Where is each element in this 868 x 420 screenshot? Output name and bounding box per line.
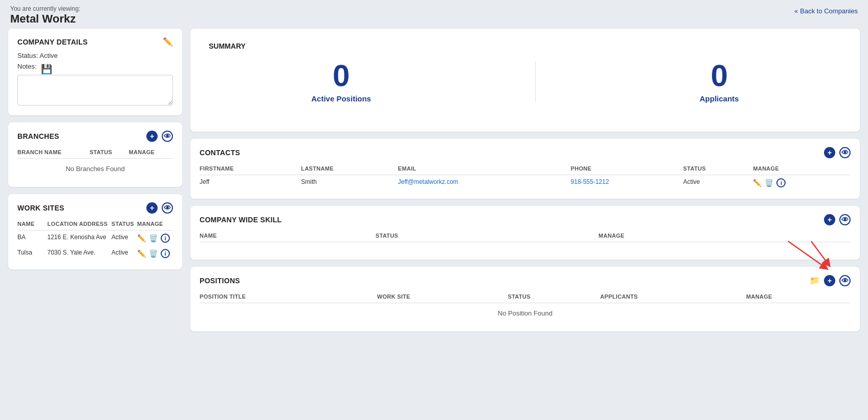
add-branch-button[interactable]: + [146,131,158,142]
worksite-address-cell: 1216 E. Kenosha Ave [48,230,112,246]
work-sites-table: NAME LOCATION ADDRESS STATUS MANAGE BA 1… [17,219,173,261]
notes-row: Notes: 💾 [17,62,173,75]
view-positions-icon: 👁 [839,275,851,286]
positions-title: POSITIONS [200,277,240,285]
company-details-card: COMPANY DETAILS ✏️ Status: Active Notes:… [8,29,182,115]
work-sites-card: WORK SITES + 👁 NAME LOCATION ADDRESS STA… [8,194,182,269]
branches-actions: + 👁 [146,131,173,142]
table-row: Tulsa 7030 S. Yale Ave. Active ✏️ 🗑️ i [17,246,173,261]
company-status: Status: Active [17,52,173,59]
add-worksite-button[interactable]: + [146,202,158,214]
view-worksites-icon: 👁 [162,202,173,214]
position-title-col: POSITION TITLE [200,291,377,303]
worksite-manage-col: MANAGE [137,219,173,230]
notes-textarea[interactable] [17,75,173,106]
folder-icon: 📁 [810,276,820,285]
company-details-title: COMPANY DETAILS [17,38,88,46]
worksite-name-col: NAME [17,219,48,230]
contact-phone-cell: 918-555-1212 [571,175,683,191]
position-manage-col: MANAGE [746,291,851,303]
edit-worksite-button[interactable]: ✏️ [137,249,146,258]
back-to-companies-link[interactable]: « Back to Companies [794,7,858,15]
view-worksites-button[interactable]: 👁 [162,202,173,214]
add-position-icon: + [824,275,835,286]
contact-phone-link[interactable]: 918-555-1212 [571,178,609,185]
contacts-title: CONTACTS [200,149,240,157]
save-notes-button[interactable]: 💾 [41,64,52,75]
applicants-label: Applicants [700,94,739,103]
add-skill-icon: + [824,214,835,225]
back-chevron-icon: « [794,7,798,15]
view-contacts-button[interactable]: 👁 [839,147,851,158]
contact-email-link[interactable]: Jeff@metalworkz.com [398,178,459,185]
worksite-name-cell: Tulsa [17,246,48,261]
worksite-address-cell: 7030 S. Yale Ave. [48,246,112,261]
positions-no-data-row: No Position Found [200,303,851,323]
table-row: BA 1216 E. Kenosha Ave Active ✏️ 🗑️ i [17,230,173,246]
skill-header: COMPANY WIDE SKILL + 👁 [200,214,851,225]
contact-lastname-cell: Smith [301,175,398,191]
branches-no-data-row: No Branches Found [17,159,173,179]
info-contact-button[interactable]: i [776,178,786,187]
edit-contact-button[interactable]: ✏️ [753,179,762,187]
position-applicants-col: APPLICANTS [600,291,746,303]
edit-company-button[interactable]: ✏️ [163,37,173,47]
positions-header: POSITIONS 📁 + 👁 [200,275,851,286]
right-column: SUMMARY 0 Active Positions 0 Applicants … [190,29,860,331]
branches-title: BRANCHES [17,132,59,140]
view-skills-icon: 👁 [839,214,851,225]
positions-card: POSITIONS 📁 + 👁 POSITION TITLE [190,267,860,331]
worksite-status-col: STATUS [112,219,137,230]
branches-no-data: No Branches Found [17,159,173,179]
folder-positions-button[interactable]: 📁 [810,276,820,285]
branches-header: BRANCHES + 👁 [17,131,173,142]
positions-no-data: No Position Found [200,303,851,323]
delete-worksite-button[interactable]: 🗑️ [149,234,158,242]
info-worksite-button[interactable]: i [161,249,170,258]
delete-worksite-button[interactable]: 🗑️ [149,249,158,258]
contacts-table: FIRSTNAME LASTNAME EMAIL PHONE STATUS MA… [200,163,851,191]
add-position-button[interactable]: + [824,275,835,286]
company-wide-skill-card: COMPANY WIDE SKILL + 👁 NAME STATUS MANAG… [190,206,860,260]
view-skills-button[interactable]: 👁 [839,214,851,225]
view-branches-icon: 👁 [162,131,173,142]
contact-email-cell: Jeff@metalworkz.com [398,175,571,191]
info-worksite-button[interactable]: i [161,234,170,243]
branch-status-col: STATUS [90,147,129,159]
contact-firstname-col: FIRSTNAME [200,163,301,175]
view-positions-button[interactable]: 👁 [839,275,851,286]
worksite-name-cell: BA [17,230,48,246]
worksite-manage-cell: ✏️ 🗑️ i [137,246,173,261]
add-contact-icon: + [824,147,835,158]
skill-title: COMPANY WIDE SKILL [200,216,281,224]
view-branches-button[interactable]: 👁 [162,131,173,142]
edit-worksite-button[interactable]: ✏️ [137,234,146,242]
add-contact-button[interactable]: + [824,147,835,158]
skill-manage-col: MANAGE [599,230,851,242]
company-header: You are currently viewing: Metal Workz [10,5,80,26]
positions-actions: 📁 + 👁 [810,275,851,286]
summary-stats: 0 Active Positions 0 Applicants [209,50,841,113]
contact-manage-col: MANAGE [753,163,851,175]
active-positions-label: Active Positions [311,94,371,103]
notes-label: Notes: [17,62,37,70]
add-skill-button[interactable]: + [824,214,835,225]
positions-table: POSITION TITLE WORK SITE STATUS APPLICAN… [200,291,851,323]
summary-divider [535,61,536,102]
contact-email-col: EMAIL [398,163,571,175]
worksite-status-cell: Active [112,246,137,261]
worksite-manage-cell: ✏️ 🗑️ i [137,230,173,246]
contacts-actions: + 👁 [824,147,851,158]
skill-actions: + 👁 [824,214,851,225]
applicants-summary: 0 Applicants [700,60,739,103]
branch-manage-col: MANAGE [128,147,173,159]
skill-status-col: STATUS [376,230,599,242]
contacts-card: CONTACTS + 👁 FIRSTNAME LASTNAME EMAIL [190,139,860,199]
applicants-count: 0 [700,60,739,91]
view-contacts-icon: 👁 [839,147,851,158]
skills-table: NAME STATUS MANAGE [200,230,851,251]
contact-firstname-cell: Jeff [200,175,301,191]
left-column: COMPANY DETAILS ✏️ Status: Active Notes:… [8,29,182,331]
summary-title: SUMMARY [209,42,841,50]
delete-contact-button[interactable]: 🗑️ [765,179,773,187]
